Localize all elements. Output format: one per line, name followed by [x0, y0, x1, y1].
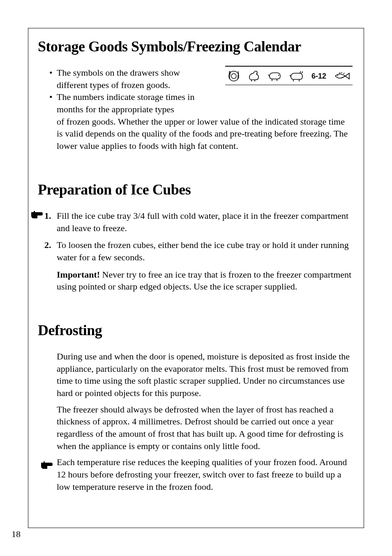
svg-point-9 — [337, 75, 338, 76]
ice-step-2: 2. To loosen the frozen cubes, either be… — [57, 239, 353, 263]
section-storage-symbols: Storage Goods Symbols/Freezing Calendar — [28, 38, 353, 152]
section-defrosting: Defrosting During use and when the door … — [28, 322, 353, 493]
ice-step-1: 1. Fill the ice cube tray 3/4 full with … — [57, 210, 353, 234]
bullet-symbols-meaning: The symbols on the drawers show differen… — [57, 67, 205, 91]
step-number-2: 2. — [44, 239, 51, 251]
pig-icon — [268, 70, 282, 82]
ice-important-note: Important! Never try to free an ice tray… — [57, 269, 353, 293]
defrost-para-2: The freezer should always be defrosted w… — [57, 403, 353, 452]
heading-ice-cubes: Preparation of Ice Cubes — [38, 181, 353, 198]
page-number: 18 — [12, 529, 21, 540]
bullet-numbers-lead: The numbers indicate storage times in mo… — [57, 91, 205, 115]
hand-pointing-icon — [40, 461, 53, 472]
freezing-calendar-symbols: 6-12 — [225, 66, 353, 85]
heading-defrosting: Defrosting — [38, 322, 353, 339]
defrost-para-1: During use and when the door is opened, … — [57, 350, 353, 399]
cow-icon — [289, 70, 304, 82]
plate-cutlery-icon — [228, 70, 240, 82]
storage-months-range: 6-12 — [311, 72, 326, 81]
section-ice-cubes: Preparation of Ice Cubes 1. Fill the ice… — [28, 181, 353, 293]
svg-point-1 — [231, 74, 236, 79]
svg-point-4 — [278, 75, 279, 76]
bullet-numbers-continuation: of frozen goods. Whether the upper or lo… — [57, 116, 353, 152]
step-2-text: To loosen the frozen cubes, either bend … — [57, 240, 349, 262]
hand-pointing-icon — [30, 211, 44, 223]
poultry-icon — [247, 70, 261, 82]
important-text: Never try to free an ice tray that is fr… — [57, 269, 351, 292]
page-content: Storage Goods Symbols/Freezing Calendar — [28, 28, 364, 528]
step-number-1: 1. — [44, 210, 51, 222]
fish-icon — [334, 71, 350, 81]
defrost-para-3: Each temperature rise reduces the keepin… — [57, 456, 353, 493]
heading-storage: Storage Goods Symbols/Freezing Calendar — [38, 38, 353, 55]
important-label: Important! — [57, 269, 100, 280]
step-1-text: Fill the ice cube tray 3/4 full with col… — [57, 211, 348, 233]
